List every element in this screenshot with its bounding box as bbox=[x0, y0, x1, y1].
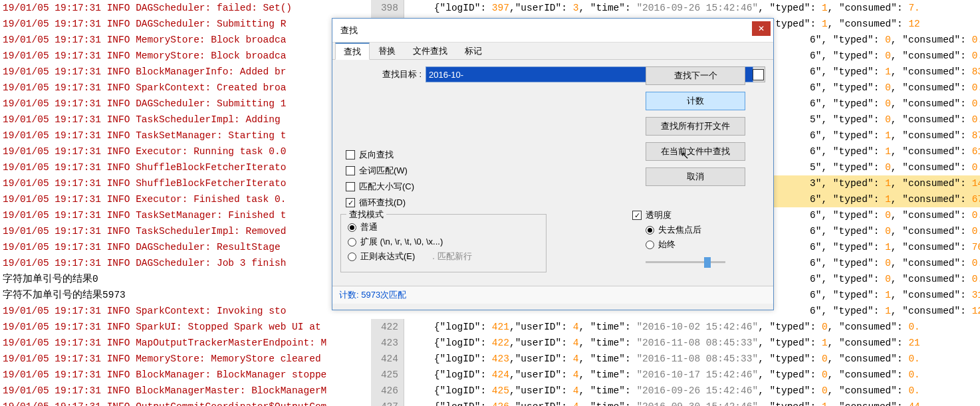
left-log-pane[interactable]: 19/01/05 19:17:31 INFO DAGScheduler: fai… bbox=[0, 0, 371, 406]
tab-replace[interactable]: 替换 bbox=[370, 43, 404, 59]
find-dialog: 查找 ✕ 查找 替换 文件查找 标记 查找目标 : ▾ 查找下一个 计数 查找所… bbox=[332, 18, 774, 310]
close-icon[interactable]: ✕ bbox=[752, 21, 771, 36]
count-button[interactable]: 计数 bbox=[646, 92, 745, 110]
dialog-statusbar: 计数: 5973次匹配 bbox=[332, 286, 773, 304]
dialog-title: 查找 bbox=[340, 25, 358, 37]
transparency-check[interactable]: ✓透明度 bbox=[632, 209, 745, 221]
mode-ext-radio[interactable]: 扩展 (\n, \r, \t, \0, \x...) bbox=[348, 236, 539, 248]
find-in-current-button[interactable]: 在当前文件中查找 bbox=[646, 142, 745, 161]
find-all-open-button[interactable]: 查找所有打开文件 bbox=[646, 117, 745, 136]
find-next-button[interactable]: 查找下一个 bbox=[646, 66, 745, 85]
trans-always-radio[interactable]: 始终 bbox=[646, 239, 745, 251]
tab-mark[interactable]: 标记 bbox=[456, 43, 491, 59]
search-mode-group: 查找模式 普通 扩展 (\n, \r, \t, \0, \x...) 正则表达式… bbox=[340, 214, 547, 272]
dialog-tabs: 查找 替换 文件查找 标记 bbox=[332, 43, 773, 60]
wrap-check[interactable]: ✓循环查找(D) bbox=[346, 197, 765, 209]
mode-normal-radio[interactable]: 普通 bbox=[348, 221, 539, 233]
transparency-slider[interactable] bbox=[646, 256, 725, 268]
tab-find-in-files[interactable]: 文件查找 bbox=[404, 43, 456, 59]
trans-onblur-radio[interactable]: 失去焦点后 bbox=[646, 224, 745, 236]
transparency-group: ✓透明度 失去焦点后 始终 bbox=[632, 209, 745, 268]
search-label: 查找目标 : bbox=[340, 68, 426, 80]
mode-regex-radio[interactable]: 正则表达式(E). 匹配新行 bbox=[348, 251, 539, 262]
tab-find[interactable]: 查找 bbox=[335, 43, 370, 60]
cancel-button[interactable]: 取消 bbox=[646, 167, 745, 186]
pin-checkbox[interactable] bbox=[753, 69, 764, 80]
dialog-titlebar[interactable]: 查找 ✕ bbox=[332, 19, 773, 43]
